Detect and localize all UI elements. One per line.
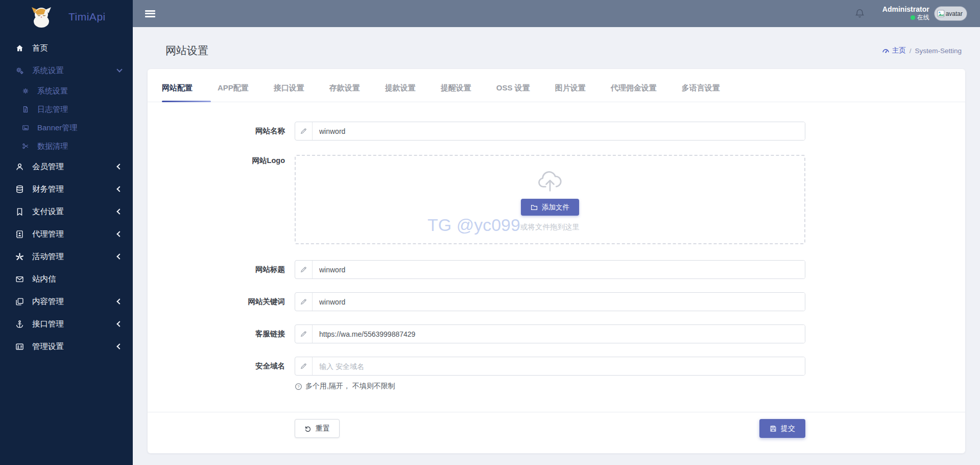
admin-app: TimiApi 首页 系统设置 系统设置 [0, 0, 980, 465]
app-title: TimiApi [68, 11, 106, 23]
chevron-left-icon [116, 164, 122, 169]
hamburger-menu-icon[interactable] [145, 10, 155, 17]
online-status-dot [911, 15, 915, 20]
home-icon [14, 44, 25, 53]
bookmark-icon [14, 207, 25, 216]
sidebar-item-site-messages[interactable]: 站内信 [0, 268, 133, 290]
svg-text:?: ? [297, 384, 300, 389]
tab-image-settings[interactable]: 图片设置 [555, 83, 586, 102]
form-footer: 重置 提交 [148, 412, 965, 438]
sidebar: TimiApi 首页 系统设置 系统设置 [0, 0, 133, 465]
drag-hint-text: 或将文件拖到这里 [520, 222, 580, 232]
sidebar-item-label: 活动管理 [32, 251, 64, 262]
sidebar-item-activities[interactable]: 活动管理 [0, 245, 133, 268]
notifications-bell-icon[interactable] [854, 8, 865, 19]
add-file-label: 添加文件 [542, 203, 569, 212]
safe-domain-help: ? 多个用,隔开， 不填则不限制 [295, 382, 965, 391]
pencil-icon [295, 122, 313, 140]
tab-site-config[interactable]: 网站配置 [162, 83, 193, 102]
sidebar-item-label: 系统设置 [37, 86, 68, 96]
sidebar-item-finance[interactable]: 财务管理 [0, 178, 133, 200]
pencil-icon [295, 357, 313, 375]
admin-user-menu[interactable]: Administrator 在线 [882, 6, 929, 22]
envelope-icon [14, 275, 25, 284]
avatar[interactable]: avatar [935, 7, 967, 20]
sidebar-item-system-settings[interactable]: 系统设置 [0, 59, 133, 82]
sidebar-item-label: Banner管理 [37, 123, 77, 133]
sidebar-item-members[interactable]: 会员管理 [0, 155, 133, 178]
pencil-icon [295, 325, 313, 343]
sidebar-item-agents[interactable]: 代理管理 [0, 223, 133, 245]
sidebar-item-label: 站内信 [32, 274, 56, 285]
anchor-icon [14, 320, 25, 329]
tab-multilanguage-settings[interactable]: 多语言设置 [682, 83, 720, 102]
settings-card: 网站配置 APP配置 接口设置 存款设置 提款设置 提醒设置 OSS 设置 图片… [148, 69, 965, 453]
tab-reminder-settings[interactable]: 提醒设置 [441, 83, 471, 102]
tab-app-config[interactable]: APP配置 [218, 83, 249, 102]
address-card-icon [14, 342, 25, 351]
chevron-left-icon [116, 253, 122, 259]
sidebar-subitem-system-settings[interactable]: 系统设置 [0, 82, 133, 100]
topbar: Administrator 在线 avatar [133, 0, 980, 27]
sidebar-item-label: 管理设置 [32, 341, 64, 352]
sidebar-item-label: 首页 [32, 43, 48, 54]
folder-icon [531, 204, 538, 211]
logo[interactable]: TimiApi [0, 0, 133, 34]
cat-logo-image [29, 6, 54, 28]
sidebar-item-label: 代理管理 [32, 229, 64, 240]
reset-button[interactable]: 重置 [295, 419, 340, 438]
tab-oss-settings[interactable]: OSS 设置 [496, 83, 530, 102]
safe-domain-label: 安全域名 [148, 361, 285, 371]
cog-icon [20, 87, 31, 95]
admin-name: Administrator [882, 6, 929, 13]
online-status-label: 在线 [917, 13, 929, 22]
chevron-left-icon [116, 186, 122, 192]
chevron-left-icon [116, 231, 122, 237]
sidebar-item-payment-settings[interactable]: 支付设置 [0, 200, 133, 223]
dashboard-icon [882, 47, 890, 55]
sidebar-nav: 首页 系统设置 系统设置 日志管理 [0, 34, 133, 358]
sidebar-subitem-data-cleanup[interactable]: 数据清理 [0, 137, 133, 155]
submit-label: 提交 [781, 424, 795, 433]
settings-tabs: 网站配置 APP配置 接口设置 存款设置 提款设置 提醒设置 OSS 设置 图片… [148, 69, 965, 102]
breadcrumb-home-link[interactable]: 主页 [882, 46, 906, 55]
save-icon [770, 425, 777, 432]
sidebar-item-label: 财务管理 [32, 184, 64, 195]
sidebar-item-api[interactable]: 接口管理 [0, 313, 133, 335]
reset-label: 重置 [316, 424, 330, 433]
add-file-button[interactable]: 添加文件 [521, 199, 579, 216]
site-config-form: 网站名称 网站Logo [148, 102, 965, 438]
pencil-icon [295, 293, 313, 311]
scissors-icon [20, 143, 31, 150]
safe-domain-help-text: 多个用,隔开， 不填则不限制 [305, 382, 395, 391]
sidebar-subitem-log-management[interactable]: 日志管理 [0, 100, 133, 119]
tab-api-settings[interactable]: 接口设置 [274, 83, 304, 102]
site-title-input[interactable] [313, 261, 805, 278]
chevron-left-icon [116, 298, 122, 304]
cloud-upload-icon [536, 169, 564, 193]
submit-button[interactable]: 提交 [759, 419, 805, 438]
sidebar-item-home[interactable]: 首页 [0, 37, 133, 59]
sidebar-item-content[interactable]: 内容管理 [0, 290, 133, 313]
site-name-input[interactable] [313, 122, 805, 140]
chevron-left-icon [116, 321, 122, 327]
database-icon [14, 185, 25, 194]
tab-deposit-settings[interactable]: 存款设置 [329, 83, 360, 102]
avatar-alt-text: avatar [946, 10, 963, 17]
sidebar-subitem-banner-management[interactable]: Banner管理 [0, 119, 133, 137]
image-icon [20, 124, 31, 131]
sidebar-item-label: 内容管理 [32, 296, 64, 307]
service-link-input[interactable] [313, 325, 805, 343]
site-keywords-input[interactable] [313, 293, 805, 311]
cogs-icon [14, 66, 25, 75]
sidebar-item-admin-settings[interactable]: 管理设置 [0, 335, 133, 358]
chevron-left-icon [116, 208, 122, 214]
chevron-left-icon [116, 343, 122, 349]
sidebar-item-label: 会员管理 [32, 161, 64, 172]
breadcrumb-current: System-Setting [915, 47, 962, 55]
tab-withdrawal-settings[interactable]: 提款设置 [385, 83, 416, 102]
service-link-label: 客服链接 [148, 329, 285, 339]
logo-upload-dropzone[interactable]: 添加文件 或将文件拖到这里 TG @yc099 [295, 155, 805, 244]
safe-domain-input[interactable] [313, 357, 805, 375]
tab-agent-commission-settings[interactable]: 代理佣金设置 [611, 83, 657, 102]
